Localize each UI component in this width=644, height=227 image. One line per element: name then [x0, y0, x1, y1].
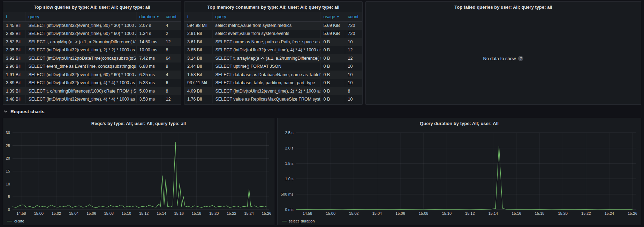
svg-text:15:22: 15:22	[581, 211, 591, 215]
row-title: Request charts	[10, 109, 45, 114]
cell-t: 4.09 Bil	[184, 87, 212, 95]
cell-usage: 0 B	[320, 54, 345, 63]
slow-queries-table: t query duration▼ count 1.45 BilSELECT (…	[3, 12, 181, 103]
memory-consumers-table: t query usage▼ count 594.98 Milselect me…	[184, 12, 362, 103]
table-row: 3.52 BilSELECT t, arrayMap(a -> (a.1, a.…	[3, 38, 181, 46]
svg-text:15:00: 15:00	[34, 211, 44, 215]
cell-usage: 0 B	[320, 38, 345, 46]
table-row: 3.85 BilSELECT (intDiv(toUInt32(event_ti…	[184, 46, 362, 54]
reqs-chart-svg[interactable]: 05101520253014:5815:0015:0215:0415:0615:…	[3, 129, 274, 217]
svg-text:15:14: 15:14	[157, 211, 166, 215]
svg-text:20: 20	[6, 156, 10, 160]
svg-text:15:20: 15:20	[558, 211, 568, 215]
table-row: 1.76 BilSELECT value as ReplicasMaxQueue…	[184, 95, 362, 104]
dashboard: Top slow queries by type: All; user: All…	[0, 0, 644, 227]
duration-chart-plot[interactable]: 0 ms500 ms1.0 s1.5 s2.0 s2.5 s14:5815:00…	[278, 129, 641, 217]
svg-text:15:16: 15:16	[512, 211, 521, 215]
cell-duration: 7.42 ms	[136, 54, 163, 63]
svg-text:15:16: 15:16	[174, 211, 184, 215]
cell-query: select event,value from system.events	[212, 30, 320, 38]
panel-failed-queries: Top failed queries by user: All; query t…	[365, 1, 641, 105]
svg-text:15: 15	[6, 169, 10, 173]
cell-query: SELECT (intDiv(toUInt32(event_time), 60)…	[25, 30, 136, 38]
panel-slow-queries: Top slow queries by type: All; user: All…	[3, 1, 181, 105]
svg-text:15:12: 15:12	[465, 211, 475, 215]
svg-text:15:00: 15:00	[326, 211, 336, 215]
svg-text:15:18: 15:18	[192, 211, 202, 215]
cell-t: 1.39 Bil	[3, 87, 25, 95]
duration-chart-svg[interactable]: 0 ms500 ms1.0 s1.5 s2.0 s2.5 s14:5815:00…	[278, 129, 641, 217]
cell-query: SELECT (intDiv(toUInt32(event_time), 2) …	[25, 46, 136, 54]
row-toggle-request-charts[interactable]: Request charts	[3, 107, 641, 116]
cell-count: 8	[345, 87, 362, 95]
table-row: 3.61 BilSELECT name as Name, path as Pat…	[184, 38, 362, 46]
svg-text:10: 10	[6, 182, 10, 186]
cell-query: SELECT (intDiv(toUInt32(toDateTime(conca…	[25, 54, 136, 63]
svg-text:15:12: 15:12	[139, 211, 149, 215]
column-header-query[interactable]: query	[25, 12, 136, 21]
column-header-t[interactable]: t	[3, 12, 25, 21]
cell-t: 594.98 Mil	[184, 21, 212, 30]
cell-usage: 5.69 KiB	[320, 30, 345, 38]
cell-count: 8	[163, 46, 181, 54]
column-header-count[interactable]: count	[345, 12, 362, 21]
sort-desc-icon: ▼	[337, 15, 340, 19]
cell-query: SELECT event_time as EventTime, concat(s…	[25, 63, 136, 71]
legend-item-crate[interactable]: cRate	[3, 217, 274, 225]
cell-count: 10	[345, 95, 362, 104]
cell-count: 12	[345, 46, 362, 54]
column-header-count[interactable]: count	[163, 12, 181, 21]
panel-title[interactable]: Top slow queries by type: All; user: All…	[3, 2, 181, 12]
column-header-query[interactable]: query	[212, 12, 320, 21]
cell-t: 3.14 Bil	[184, 54, 212, 63]
cell-t: 2.90 Bil	[3, 63, 25, 71]
svg-text:15:22: 15:22	[227, 211, 236, 215]
cell-duration: 2.07 s	[136, 21, 163, 30]
cell-t: 3.85 Bil	[184, 46, 212, 54]
panel-title[interactable]: Reqs/s by type: All; user: All; query ty…	[3, 118, 274, 129]
cell-duration: 1.34 s	[136, 30, 163, 38]
cell-query: select metric,value from system.metrics	[212, 21, 320, 30]
cell-duration: 3.58 ms	[136, 95, 163, 104]
panel-title[interactable]: Query duration by type: All; user: All	[278, 118, 641, 129]
cell-count: 6	[163, 79, 181, 87]
column-header-t[interactable]: t	[184, 12, 212, 21]
svg-text:5: 5	[8, 195, 10, 199]
column-label: query	[215, 14, 226, 19]
help-icon[interactable]: ?	[518, 56, 523, 61]
cell-query: SELECT (intDiv(toUInt32(event_time), 4) …	[25, 79, 136, 87]
column-label: t	[187, 14, 188, 19]
column-label: query	[29, 14, 39, 19]
cell-usage: 0 B	[320, 71, 345, 79]
cell-t: 1.58 Bil	[184, 71, 212, 79]
cell-query: SELECT t, c/runningDifference(t/1000) cR…	[25, 87, 136, 95]
table-row: 2.44 BilSELECT uptime() FORMAT JSON0 B10	[184, 63, 362, 71]
table-header-row: t query usage▼ count	[184, 12, 362, 21]
column-header-duration[interactable]: duration▼	[136, 12, 163, 21]
svg-text:15:02: 15:02	[52, 211, 61, 215]
cell-count: 4	[163, 71, 181, 79]
panel-title[interactable]: Top memory consumers by type: All; user:…	[184, 2, 362, 12]
cell-count: 10	[345, 79, 362, 87]
cell-query: SELECT t, arrayMap(a -> (a.1, a.2/runnin…	[25, 38, 136, 46]
cell-query: SELECT value as ReplicasMaxQueueSize FRO…	[212, 95, 320, 104]
no-data-label: No data to show	[483, 56, 516, 61]
table-row: 937.11 MilSELECT database, table, partit…	[184, 79, 362, 87]
reqs-chart-plot[interactable]: 05101520253014:5815:0015:0215:0415:0615:…	[3, 129, 274, 217]
cell-duration: 6.88 ms	[136, 63, 163, 71]
svg-text:1.0 s: 1.0 s	[285, 177, 294, 181]
column-header-usage[interactable]: usage▼	[320, 12, 345, 21]
cell-query: SELECT (intDiv(toUInt32(event_time), 4) …	[212, 46, 320, 54]
cell-duration: 14.50 ms	[136, 38, 163, 46]
table-row: 2.91 Bilselect event,value from system.e…	[184, 30, 362, 38]
cell-count: 720	[345, 21, 362, 30]
table-row: 3.92 BilSELECT (intDiv(toUInt32(toDateTi…	[3, 54, 181, 63]
legend-item-select-duration[interactable]: select_duration	[278, 217, 641, 225]
panel-title[interactable]: Top failed queries by user: All; query t…	[366, 2, 641, 12]
svg-text:15:06: 15:06	[86, 211, 96, 215]
column-label: t	[6, 14, 7, 19]
table-header-row: t query duration▼ count	[3, 12, 181, 21]
cell-duration: 5.00 ms	[136, 87, 163, 95]
svg-text:15:04: 15:04	[372, 211, 382, 215]
chevron-down-icon	[3, 109, 8, 114]
